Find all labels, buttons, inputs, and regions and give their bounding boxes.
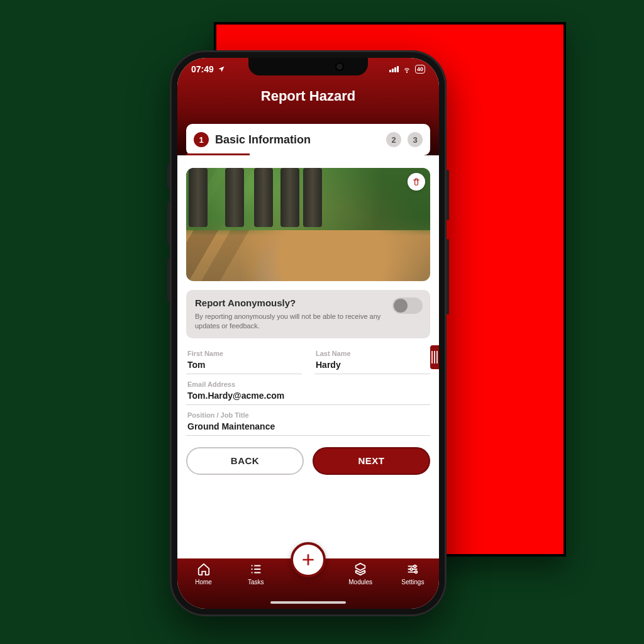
first-name-label: First Name (187, 350, 301, 357)
phone-screen: 07:49 40 Report Hazard 1 Basic Informati… (177, 58, 439, 609)
email-value: Tom.Hardy@acme.com (187, 391, 429, 401)
position-label: Position / Job Title (187, 411, 429, 419)
svg-point-2 (415, 571, 418, 574)
step-badge-2[interactable]: 2 (386, 132, 401, 147)
battery-indicator: 40 (415, 65, 425, 74)
anonymous-panel: Report Anonymously? By reporting anonymo… (186, 290, 430, 338)
last-name-field[interactable]: Last Name Hardy (314, 343, 430, 374)
phone-frame: 07:49 40 Report Hazard 1 Basic Informati… (170, 50, 447, 616)
step-header-card: 1 Basic Information 2 3 (186, 124, 430, 155)
nav-modules[interactable]: Modules (341, 562, 379, 586)
location-icon (218, 65, 225, 73)
email-field[interactable]: Email Address Tom.Hardy@acme.com (186, 374, 430, 405)
tasks-icon (249, 562, 263, 576)
step-badge-3[interactable]: 3 (408, 132, 423, 147)
side-handle[interactable] (430, 345, 439, 369)
nav-tasks-label: Tasks (248, 579, 264, 586)
step-title: Basic Information (215, 133, 380, 147)
status-time: 07:49 (191, 64, 214, 74)
home-icon (197, 562, 211, 576)
button-row: BACK NEXT (186, 447, 430, 475)
settings-icon (406, 562, 419, 576)
hazard-photo[interactable] (186, 168, 430, 281)
page-title: Report Hazard (177, 88, 439, 104)
nav-home[interactable]: Home (185, 562, 223, 586)
nav-settings[interactable]: Settings (394, 562, 431, 586)
position-field[interactable]: Position / Job Title Ground Maintenance (186, 405, 430, 436)
back-button[interactable]: BACK (186, 447, 304, 475)
email-label: Email Address (187, 380, 429, 388)
nav-modules-label: Modules (348, 579, 372, 586)
anonymous-title: Report Anonymously? (195, 297, 421, 308)
nav-home-label: Home (195, 579, 212, 586)
svg-point-1 (411, 568, 413, 570)
position-value: Ground Maintenance (187, 421, 429, 431)
plus-icon (300, 552, 316, 568)
next-button[interactable]: NEXT (313, 447, 430, 475)
delete-photo-button[interactable] (408, 173, 425, 191)
bottom-nav: Home Tasks Modules Settings (177, 558, 439, 609)
modules-icon (353, 562, 367, 576)
last-name-label: Last Name (316, 350, 429, 357)
form-content: Report Anonymously? By reporting anonymo… (177, 155, 439, 558)
last-name-value: Hardy (316, 360, 429, 370)
anonymous-subtitle: By reporting anonymously you will not be… (195, 312, 394, 331)
nav-tasks[interactable]: Tasks (237, 562, 275, 586)
nav-settings-label: Settings (401, 579, 424, 586)
phone-notch (248, 58, 368, 75)
first-name-field[interactable]: First Name Tom (186, 343, 302, 374)
anonymous-toggle[interactable] (392, 297, 423, 314)
cell-signal-icon (389, 66, 399, 72)
home-indicator (270, 601, 346, 604)
trash-icon (412, 177, 421, 186)
step-badge-current: 1 (194, 132, 209, 147)
first-name-value: Tom (187, 360, 301, 370)
fab-add-button[interactable] (291, 542, 326, 577)
svg-point-0 (414, 565, 416, 568)
wifi-icon (402, 65, 411, 74)
